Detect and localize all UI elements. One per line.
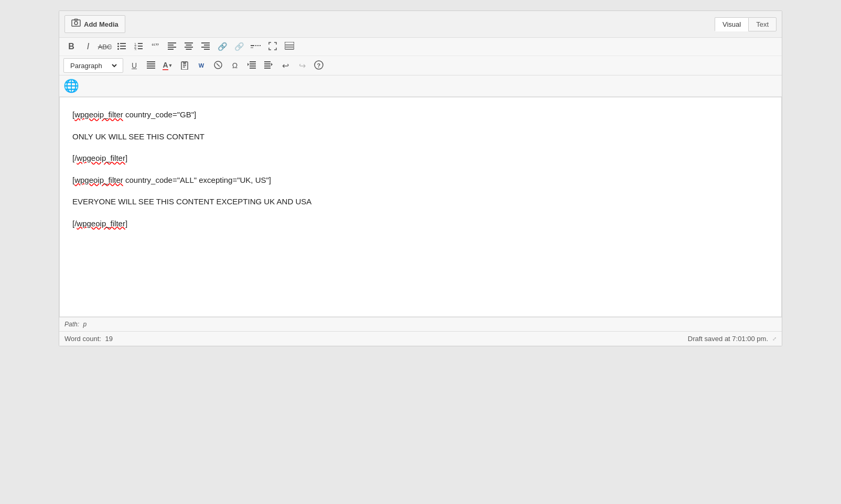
svg-rect-0 bbox=[72, 20, 80, 26]
format-dropdown[interactable]: Paragraph Heading 1 Heading 2 Heading 3 … bbox=[68, 61, 118, 70]
content-line-1: [wpgeoip_filter country_code="GB"] bbox=[72, 108, 769, 122]
svg-rect-34 bbox=[285, 47, 294, 48]
strikethrough-button[interactable]: ABC bbox=[97, 40, 113, 53]
svg-rect-27 bbox=[251, 45, 254, 46]
svg-rect-33 bbox=[285, 45, 294, 46]
svg-rect-4 bbox=[120, 43, 126, 44]
svg-marker-49 bbox=[247, 63, 249, 66]
svg-rect-28 bbox=[255, 45, 256, 46]
add-media-button[interactable]: Add Media bbox=[64, 15, 125, 33]
content-line-2: ONLY UK WILL SEE THIS CONTENT bbox=[72, 130, 769, 144]
svg-rect-48 bbox=[250, 68, 256, 69]
align-center-button[interactable] bbox=[181, 40, 197, 53]
indent-button[interactable] bbox=[261, 59, 276, 72]
resize-handle[interactable]: ⤢ bbox=[772, 336, 777, 342]
help-button[interactable]: ? bbox=[311, 59, 327, 72]
align-left-button[interactable] bbox=[164, 40, 180, 53]
fullscreen-button[interactable] bbox=[265, 40, 281, 53]
paste-text-button[interactable] bbox=[177, 59, 192, 72]
top-bar: Add Media Visual Text bbox=[59, 11, 782, 38]
svg-rect-37 bbox=[147, 65, 155, 67]
editor-wrapper: Add Media Visual Text B I ABC bbox=[59, 10, 782, 346]
svg-rect-3 bbox=[117, 43, 119, 45]
align-right-button[interactable] bbox=[198, 40, 213, 53]
content-editor[interactable]: [wpgeoip_filter country_code="GB"] ONLY … bbox=[59, 97, 782, 317]
svg-rect-20 bbox=[186, 45, 192, 46]
svg-rect-53 bbox=[264, 68, 271, 69]
tab-visual[interactable]: Visual bbox=[715, 17, 748, 31]
ordered-list-button[interactable]: 1.2.3. bbox=[131, 40, 146, 53]
svg-rect-16 bbox=[168, 45, 174, 46]
svg-rect-38 bbox=[147, 68, 155, 69]
svg-rect-10 bbox=[138, 43, 143, 44]
word-count-value: 19 bbox=[105, 335, 112, 343]
toolbar: B I ABC 1.2.3. “” bbox=[59, 38, 782, 75]
svg-rect-51 bbox=[264, 63, 271, 64]
svg-rect-36 bbox=[147, 63, 155, 64]
word-count-label: Word count: bbox=[64, 335, 101, 343]
path-value: p bbox=[83, 321, 87, 328]
svg-rect-8 bbox=[120, 48, 126, 49]
svg-rect-23 bbox=[201, 42, 210, 43]
svg-rect-31 bbox=[251, 47, 253, 48]
svg-point-1 bbox=[74, 21, 78, 25]
draft-saved-area: Draft saved at 7:01:00 pm. ⤢ bbox=[688, 335, 777, 343]
svg-rect-46 bbox=[250, 63, 256, 64]
unordered-list-button[interactable] bbox=[114, 40, 130, 53]
toggle-toolbar-button[interactable] bbox=[282, 40, 297, 53]
view-tabs: Visual Text bbox=[715, 17, 777, 31]
text-color-button[interactable]: A ▼ bbox=[160, 59, 176, 72]
outdent-button[interactable] bbox=[244, 59, 260, 72]
path-label: Path: bbox=[64, 321, 79, 328]
bold-button[interactable]: B bbox=[63, 40, 79, 53]
blockquote-button[interactable]: “” bbox=[147, 40, 163, 53]
tab-text[interactable]: Text bbox=[748, 17, 777, 31]
svg-rect-35 bbox=[147, 61, 155, 62]
redo-button[interactable]: ↪ bbox=[294, 59, 310, 72]
add-media-icon bbox=[71, 18, 81, 30]
content-line-6: [/wpgeoip_filter] bbox=[72, 217, 769, 231]
justify-button[interactable] bbox=[143, 59, 159, 72]
svg-rect-17 bbox=[168, 47, 176, 48]
footer-bar: Word count: 19 Draft saved at 7:01:00 pm… bbox=[59, 331, 782, 346]
path-bar: Path: p bbox=[59, 317, 782, 331]
svg-rect-12 bbox=[138, 46, 143, 47]
remove-link-button[interactable]: 🔗 bbox=[231, 40, 247, 53]
svg-rect-5 bbox=[117, 46, 119, 47]
content-line-4: [wpgeoip_filter country_code="ALL" excep… bbox=[72, 173, 769, 187]
paste-word-button[interactable]: W bbox=[193, 59, 209, 72]
svg-rect-19 bbox=[185, 42, 193, 43]
insert-read-more-button[interactable] bbox=[248, 40, 264, 53]
svg-rect-45 bbox=[250, 61, 256, 62]
svg-rect-18 bbox=[168, 49, 174, 50]
geoip-plugin-button[interactable]: 🌐 bbox=[63, 79, 79, 93]
svg-rect-25 bbox=[201, 47, 210, 48]
clear-format-button[interactable] bbox=[210, 59, 226, 72]
svg-rect-26 bbox=[204, 49, 210, 50]
italic-button[interactable]: I bbox=[80, 40, 96, 53]
svg-rect-50 bbox=[264, 61, 271, 62]
svg-line-44 bbox=[217, 63, 220, 67]
svg-rect-6 bbox=[120, 46, 126, 47]
underline-button[interactable]: U bbox=[126, 59, 142, 72]
toolbar-row-2: Paragraph Heading 1 Heading 2 Heading 3 … bbox=[59, 56, 782, 75]
undo-button[interactable]: ↩ bbox=[277, 59, 293, 72]
svg-text:?: ? bbox=[317, 62, 321, 68]
svg-rect-29 bbox=[257, 45, 258, 46]
svg-marker-54 bbox=[271, 63, 273, 66]
svg-rect-21 bbox=[185, 47, 193, 48]
svg-rect-14 bbox=[138, 48, 143, 49]
content-line-3: [/wpgeoip_filter] bbox=[72, 151, 769, 165]
svg-rect-32 bbox=[285, 42, 294, 49]
svg-rect-47 bbox=[250, 65, 256, 67]
special-chars-button[interactable]: Ω bbox=[227, 59, 243, 72]
svg-rect-24 bbox=[204, 45, 210, 46]
toolbar-row-1: B I ABC 1.2.3. “” bbox=[59, 38, 782, 56]
insert-link-button[interactable]: 🔗 bbox=[214, 40, 230, 53]
svg-rect-7 bbox=[117, 48, 119, 50]
svg-text:3.: 3. bbox=[134, 48, 137, 50]
svg-rect-15 bbox=[168, 42, 176, 43]
plugin-row: 🌐 bbox=[59, 75, 782, 97]
format-select[interactable]: Paragraph Heading 1 Heading 2 Heading 3 … bbox=[63, 58, 123, 73]
draft-saved-text: Draft saved at 7:01:00 pm. bbox=[688, 335, 768, 343]
